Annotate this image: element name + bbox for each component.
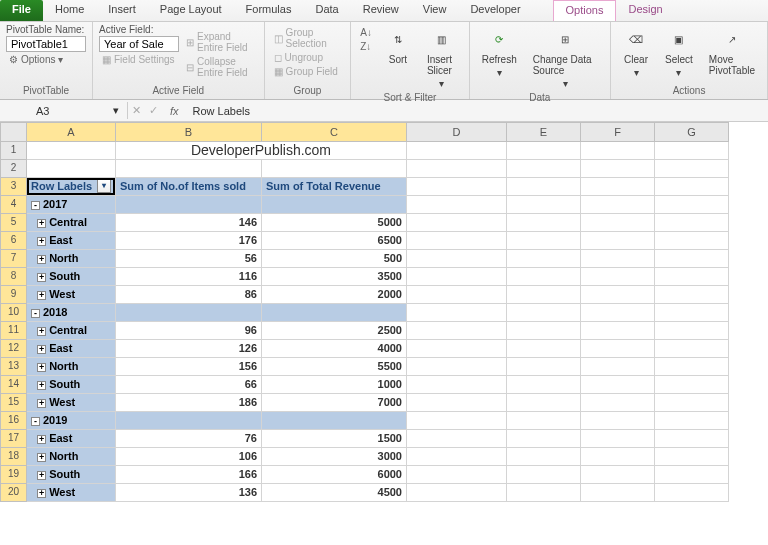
cell[interactable]: [581, 340, 655, 358]
cell[interactable]: [655, 358, 729, 376]
change-data-source-button[interactable]: ⊞ Change Data Source▾: [527, 24, 604, 91]
select-button[interactable]: ▣ Select▾: [659, 24, 699, 80]
cell[interactable]: [507, 286, 581, 304]
cell[interactable]: [507, 250, 581, 268]
cell[interactable]: [507, 412, 581, 430]
cell[interactable]: [407, 358, 507, 376]
cell[interactable]: 500: [262, 250, 407, 268]
expand-icon[interactable]: +: [37, 273, 46, 282]
cell[interactable]: [507, 304, 581, 322]
cell[interactable]: [507, 430, 581, 448]
cell[interactable]: 2500: [262, 322, 407, 340]
cell[interactable]: 66: [116, 376, 262, 394]
cell[interactable]: [407, 466, 507, 484]
cell[interactable]: +East: [27, 340, 116, 358]
cell[interactable]: [581, 196, 655, 214]
cell[interactable]: +West: [27, 394, 116, 412]
cell[interactable]: [407, 214, 507, 232]
cell[interactable]: [262, 196, 407, 214]
cell[interactable]: [507, 448, 581, 466]
cell[interactable]: 116: [116, 268, 262, 286]
cells-area[interactable]: DeveloperPublish.comRow Labels▾Sum of No…: [27, 142, 729, 502]
cell[interactable]: [655, 304, 729, 322]
cell[interactable]: [507, 268, 581, 286]
select-all-corner[interactable]: [0, 122, 27, 142]
cell[interactable]: [581, 142, 655, 160]
tab-options[interactable]: Options: [553, 0, 617, 21]
collapse-icon[interactable]: -: [31, 417, 40, 426]
cell[interactable]: [655, 286, 729, 304]
row-header[interactable]: 17: [0, 430, 27, 448]
cell[interactable]: 3500: [262, 268, 407, 286]
cell[interactable]: [655, 142, 729, 160]
expand-icon[interactable]: +: [37, 453, 46, 462]
cell[interactable]: 6500: [262, 232, 407, 250]
cell[interactable]: 5000: [262, 214, 407, 232]
insert-slicer-button[interactable]: ▥ Insert Slicer▾: [421, 24, 463, 91]
expand-icon[interactable]: +: [37, 255, 46, 264]
cell[interactable]: 1500: [262, 430, 407, 448]
sort-button[interactable]: ⇅ Sort: [379, 24, 417, 67]
tab-data[interactable]: Data: [303, 0, 350, 21]
row-header[interactable]: 13: [0, 358, 27, 376]
pivottable-name-input[interactable]: [6, 36, 86, 52]
cell[interactable]: 106: [116, 448, 262, 466]
cell[interactable]: [655, 322, 729, 340]
cell[interactable]: [407, 250, 507, 268]
cell[interactable]: Row Labels▾: [27, 178, 116, 196]
cell[interactable]: 76: [116, 430, 262, 448]
options-button[interactable]: ⚙Options ▾: [6, 53, 86, 66]
cell[interactable]: [507, 214, 581, 232]
row-header[interactable]: 20: [0, 484, 27, 502]
cell[interactable]: [581, 214, 655, 232]
row-header[interactable]: 5: [0, 214, 27, 232]
cell[interactable]: [116, 412, 262, 430]
row-header[interactable]: 14: [0, 376, 27, 394]
cell[interactable]: [407, 412, 507, 430]
formula-input[interactable]: Row Labels: [187, 103, 768, 119]
cell[interactable]: [507, 142, 581, 160]
cell[interactable]: [581, 430, 655, 448]
cell[interactable]: 1000: [262, 376, 407, 394]
cell[interactable]: [655, 412, 729, 430]
cell[interactable]: [581, 286, 655, 304]
cell[interactable]: [407, 196, 507, 214]
cell[interactable]: [581, 412, 655, 430]
cell[interactable]: [655, 196, 729, 214]
enter-icon[interactable]: ✓: [145, 104, 162, 117]
cell[interactable]: 6000: [262, 466, 407, 484]
move-pivottable-button[interactable]: ↗ Move PivotTable: [703, 24, 761, 78]
cell[interactable]: [655, 232, 729, 250]
cell[interactable]: 4500: [262, 484, 407, 502]
cell[interactable]: 176: [116, 232, 262, 250]
cell[interactable]: 126: [116, 340, 262, 358]
cell[interactable]: +South: [27, 376, 116, 394]
cell[interactable]: 186: [116, 394, 262, 412]
tab-developer[interactable]: Developer: [458, 0, 532, 21]
cell[interactable]: [655, 250, 729, 268]
expand-icon[interactable]: +: [37, 381, 46, 390]
col-header-f[interactable]: F: [581, 122, 655, 142]
cell[interactable]: +North: [27, 250, 116, 268]
cell[interactable]: +East: [27, 430, 116, 448]
clear-button[interactable]: ⌫ Clear▾: [617, 24, 655, 80]
cell[interactable]: [655, 430, 729, 448]
cell[interactable]: 86: [116, 286, 262, 304]
cell[interactable]: [116, 304, 262, 322]
cell[interactable]: [262, 160, 407, 178]
cell[interactable]: +West: [27, 484, 116, 502]
cell[interactable]: 156: [116, 358, 262, 376]
row-header[interactable]: 12: [0, 340, 27, 358]
cell[interactable]: [262, 412, 407, 430]
cell[interactable]: 96: [116, 322, 262, 340]
row-header[interactable]: 15: [0, 394, 27, 412]
row-header[interactable]: 9: [0, 286, 27, 304]
cell[interactable]: +North: [27, 448, 116, 466]
expand-icon[interactable]: +: [37, 237, 46, 246]
cell[interactable]: 4000: [262, 340, 407, 358]
cell[interactable]: [581, 394, 655, 412]
fx-icon[interactable]: fx: [162, 105, 187, 117]
cell[interactable]: [655, 340, 729, 358]
cell[interactable]: +South: [27, 268, 116, 286]
cell[interactable]: [581, 160, 655, 178]
